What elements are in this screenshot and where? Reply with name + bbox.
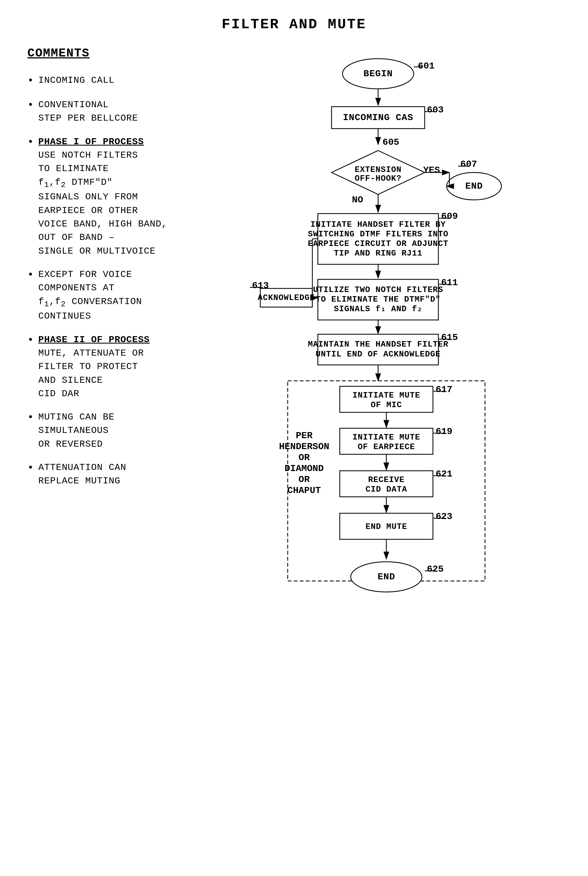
mute-earpiece-label1: INITIATE MUTE — [352, 433, 420, 442]
end-607-label: END — [465, 181, 483, 191]
per-henderson-label1: PER — [296, 430, 313, 441]
comment-text: ATTENUATION CANREPLACE MUTING — [38, 461, 126, 488]
list-item: • EXCEPT FOR VOICE COMPONENTS AT f1,f2 C… — [27, 268, 186, 323]
notch-label3: SIGNALS f₁ AND f₂ — [334, 304, 422, 314]
ref-615: 615 — [441, 332, 458, 343]
ref-625: 625 — [427, 564, 444, 574]
bullet-icon: • — [27, 460, 34, 475]
per-henderson-label2: HENDERSON — [279, 442, 329, 452]
ref-621: 621 — [436, 469, 452, 479]
mute-earpiece-label2: OF EARPIECE — [358, 442, 415, 452]
handset-label2: SWITCHING DTMF FILTERS INTO — [308, 230, 448, 239]
ref-623: 623 — [436, 511, 452, 522]
ref-607: 607 — [460, 159, 477, 170]
notch-label2: TO ELIMINATE THE DTMF"D" — [316, 295, 441, 304]
mute-mic-label1: INITIATE MUTE — [352, 391, 420, 400]
ref-619: 619 — [436, 426, 452, 437]
bullet-icon: • — [27, 135, 34, 150]
per-henderson-label4: DIAMOND — [285, 463, 324, 474]
bullet-icon: • — [27, 410, 34, 425]
ref-613: 613 — [252, 281, 269, 291]
maintain-label2: UNTIL END OF ACKNOWLEDGE — [316, 350, 441, 359]
end-mute-label: END MUTE — [366, 522, 407, 531]
comments-heading: COMMENTS — [27, 47, 186, 60]
comment-text: PHASE I OF PROCESS USE NOTCH FILTERS TO … — [38, 135, 167, 258]
end-625-label: END — [378, 572, 395, 582]
list-item: • PHASE I OF PROCESS USE NOTCH FILTERS T… — [27, 135, 186, 258]
bullet-icon: • — [27, 73, 34, 88]
per-henderson-label5: OR — [298, 474, 310, 485]
handset-label1: INITIATE HANDSET FILTER BY — [310, 220, 446, 229]
ref-605: 605 — [382, 137, 399, 147]
extension-offhook-label2: OFF-HOOK? — [354, 174, 401, 183]
ref-617: 617 — [436, 385, 452, 395]
flowchart-section: .fc-text { font-family: 'Courier New', C… — [186, 44, 572, 866]
per-henderson-label6: CHAPUT — [287, 485, 321, 496]
receive-cid-label2: CID DATA — [366, 485, 407, 494]
list-item: • CONVENTIONALSTEP PER BELLCORE — [27, 98, 186, 125]
no-label: NO — [352, 195, 363, 205]
flowchart-svg: .fc-text { font-family: 'Courier New', C… — [186, 44, 570, 876]
bullet-icon: • — [27, 267, 34, 282]
maintain-label1: MAINTAIN THE HANDSET FILTER — [308, 340, 448, 349]
bullet-icon: • — [27, 98, 34, 113]
ref-603: 603 — [427, 105, 444, 115]
ref-609: 609 — [441, 211, 458, 222]
handset-label3: EARPIECE CIRCUIT OR ADJUNCT — [308, 239, 448, 248]
per-henderson-label3: OR — [298, 452, 310, 463]
receive-cid-label1: RECEIVE — [368, 475, 404, 484]
comment-text: EXCEPT FOR VOICE COMPONENTS AT f1,f2 CON… — [38, 268, 142, 323]
comments-section: COMMENTS • INCOMING CALL • CONVENTIONALS… — [16, 44, 186, 866]
page-title: FILTER AND MUTE — [0, 0, 588, 44]
yes-label: YES — [423, 165, 440, 176]
comment-text: INCOMING CALL — [38, 74, 114, 87]
acknowledge-label: ACKNOWLEDGE — [258, 293, 315, 302]
handset-label4: TIP AND RING RJ11 — [334, 249, 422, 258]
mute-mic-label2: OF MIC — [371, 400, 402, 410]
list-item: • ATTENUATION CANREPLACE MUTING — [27, 461, 186, 488]
comment-text: CONVENTIONALSTEP PER BELLCORE — [38, 98, 138, 125]
notch-label1: UTILIZE TWO NOTCH FILTERS — [313, 285, 443, 295]
list-item: • MUTING CAN BESIMULTANEOUSOR REVERSED — [27, 410, 186, 451]
extension-offhook-label: EXTENSION — [354, 165, 401, 174]
comment-text: MUTING CAN BESIMULTANEOUSOR REVERSED — [38, 410, 114, 451]
ref-601: 601 — [418, 61, 435, 71]
begin-label: BEGIN — [363, 69, 393, 79]
comment-text: PHASE II OF PROCESS MUTE, ATTENUATE OR F… — [38, 333, 150, 401]
bullet-icon: • — [27, 332, 34, 348]
ref-611: 611 — [441, 278, 458, 288]
list-item: • PHASE II OF PROCESS MUTE, ATTENUATE OR… — [27, 333, 186, 401]
incoming-cas-label: INCOMING CAS — [343, 113, 414, 123]
list-item: • INCOMING CALL — [27, 74, 186, 88]
